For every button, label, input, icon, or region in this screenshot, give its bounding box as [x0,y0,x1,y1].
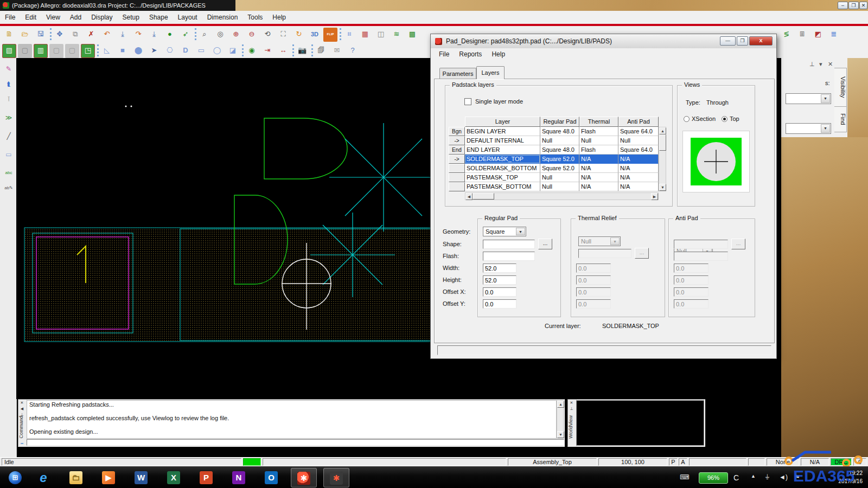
maximize-button[interactable]: ❐ [848,2,859,9]
row-tag-blank[interactable] [449,182,465,191]
chevron-down-icon[interactable]: ▼ [516,228,525,235]
dialog-menu-help[interactable]: Help [487,50,510,58]
cell-thermal[interactable]: N/A [579,182,618,191]
tab-find[interactable]: Find [834,106,847,132]
menu-display[interactable]: Display [86,14,117,21]
tab-visibility[interactable]: Visibility [834,68,847,107]
regular-geometry-combo[interactable]: Square ▼ [483,227,526,236]
top-radio-label[interactable]: Top [730,115,739,122]
scroll-up-icon[interactable]: ▲ [557,401,564,408]
text-icon[interactable]: ⊺ [2,93,16,107]
cell-layer[interactable]: SOLDERMASK_TOP [465,155,540,164]
minimize-button[interactable]: – [838,2,848,9]
ab-edit-icon[interactable]: ab✎ [2,182,16,196]
delete-icon[interactable]: ✗ [84,28,98,42]
cell-layer[interactable]: END LAYER [465,145,540,155]
add-rect-filled-icon[interactable]: ■ [116,44,130,58]
pin-icon[interactable]: ➶ [178,28,193,42]
cell-anti[interactable]: N/A [618,155,659,164]
column-header-regular-pad[interactable]: Regular Pad [540,117,579,127]
keyboard-tray-icon[interactable]: ⌨ [680,473,689,481]
command-log[interactable]: Starting Refreshing padstacks... refresh… [27,400,557,439]
column-header-layer[interactable]: Layer [465,117,540,127]
cell-layer[interactable]: BEGIN LAYER [465,127,540,136]
row-tag-bgn[interactable]: Bgn [449,127,465,136]
tab-parameters[interactable]: Parameters [439,68,476,79]
table-row[interactable]: BEGIN LAYER Square 48.0 Flash Square 64.… [465,127,659,136]
board-readonly-icon[interactable]: ▢ [18,44,32,58]
cell-regular[interactable]: Null [540,182,579,191]
mail-icon[interactable]: ✉ [330,44,344,58]
menu-edit[interactable]: Edit [20,14,41,21]
command-input[interactable] [27,439,564,446]
cell-thermal[interactable]: N/A [579,173,618,182]
table-row[interactable]: PASTEMASK_BOTTOM Null N/A N/A [465,182,659,191]
collapse-icon[interactable]: ◀ [18,406,25,412]
add-line-icon[interactable]: ◺ [100,44,114,58]
add-rect-icon[interactable]: ▭ [194,44,208,58]
dialog-close-button[interactable]: X [749,36,773,46]
column-header-anti-pad[interactable]: Anti Pad [618,117,659,127]
row-tag-blank[interactable] [449,164,465,173]
visibility-spectrum-icon[interactable]: ≋ [390,28,404,42]
line-icon[interactable]: ╱ [2,130,16,144]
menu-help[interactable]: Help [267,14,291,21]
signal-check-icon[interactable]: ≶ [780,28,794,42]
status-drc[interactable]: DRC [831,458,852,466]
save-icon[interactable]: 🖫 [34,28,48,42]
new-icon[interactable]: 🗎 [2,28,16,42]
chevron-icon[interactable]: ≫ [2,111,16,125]
cell-thermal[interactable]: Flash [579,145,618,155]
scroll-right-icon[interactable]: ▶ [651,193,658,200]
close-button[interactable]: ✕ [859,2,867,9]
top-radio[interactable] [722,116,727,122]
cell-thermal[interactable]: Null [579,136,618,145]
board-gray-2-icon[interactable]: ▢ [65,44,79,58]
dialog-titlebar[interactable]: Pad_Designer: pad48s32pth.pad (C:.../Des… [431,34,776,49]
menu-setup[interactable]: Setup [118,14,144,21]
row-tag-end[interactable]: End [449,145,465,155]
regular-flash-input[interactable] [483,252,535,261]
table-row[interactable]: DEFAULT INTERNAL Null Null Null [465,136,659,145]
cell-thermal[interactable]: N/A [579,164,618,173]
taskbar-word[interactable]: W [128,468,154,487]
cell-layer[interactable]: PASTEMASK_TOP [465,173,540,182]
zoom-fit-icon[interactable]: ⟲ [260,28,275,42]
cell-thermal[interactable]: N/A [579,155,618,164]
zoom-points-icon[interactable]: ◎ [213,28,227,42]
grid-toggle-icon[interactable]: ⌗ [342,28,356,42]
taskbar-outlook[interactable]: O [258,468,284,487]
import-board-icon[interactable]: ▥ [34,44,48,58]
rectangle-icon[interactable]: ▭ [2,148,16,162]
add-oval-icon[interactable]: ◯ [210,44,224,58]
copy-doc-icon[interactable]: 🗐 [314,44,328,58]
open-board-icon[interactable]: ▧ [2,44,16,58]
cell-regular[interactable]: Square 48.0 [540,145,579,155]
cell-anti[interactable]: Null [618,136,659,145]
panel-pin-icon[interactable]: ⊥ [809,61,815,68]
cell-anti[interactable]: Square 64.0 [618,145,659,155]
cell-regular[interactable]: Null [540,173,579,182]
table-row-selected[interactable]: SOLDERMASK_TOP Square 52.0 N/A N/A [465,155,659,164]
regular-width-input[interactable] [483,264,516,273]
regular-offset-x-input[interactable] [483,287,516,297]
status-icon[interactable]: ◩ [811,28,825,42]
dimension-vertical-icon[interactable]: ⇥ [260,44,275,58]
regular-offset-y-input[interactable] [483,299,516,309]
cell-layer[interactable]: SOLDERMASK_BOTTOM [465,164,540,173]
padstack-target-icon[interactable]: ◉ [245,44,259,58]
cell-regular[interactable]: Square 52.0 [540,155,579,164]
status-p-button[interactable]: P [669,458,678,466]
add-circle-filled-icon[interactable]: ⬤ [131,44,145,58]
scroll-up-icon[interactable]: ▲ [659,127,666,134]
report-icon[interactable]: 🗏 [795,28,809,42]
tab-layers[interactable]: Layers [476,66,505,79]
layer-priority-icon[interactable]: ◫ [374,28,388,42]
ime-language-icon[interactable]: C [733,473,739,482]
select-cursor-icon[interactable]: ➤ [147,44,161,58]
scroll-left-icon[interactable]: ◀ [465,193,473,200]
pin-icon[interactable]: ⊥ [568,406,575,412]
dimension-horizontal-icon[interactable]: ↔ [276,44,290,58]
taskbar-allegro-package[interactable]: ✱ [291,468,317,487]
taskbar-file-explorer[interactable]: 🗀 [63,468,89,487]
